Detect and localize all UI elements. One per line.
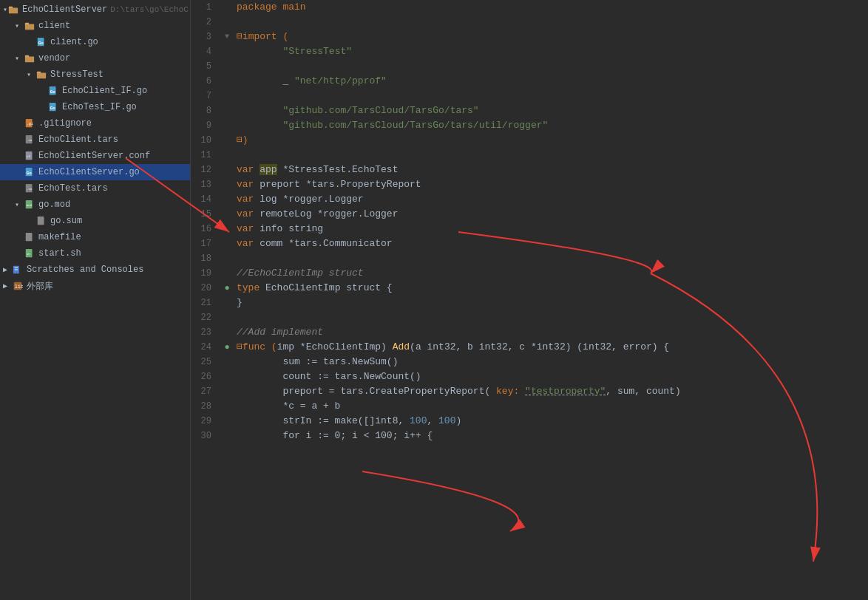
svg-text:Go: Go (38, 41, 44, 46)
line-code: var remoteLog *rogger.Logger (234, 207, 398, 222)
token: var (237, 208, 260, 219)
token (237, 46, 282, 57)
line-number: 18 (191, 251, 220, 266)
sidebar-item-client[interactable]: ▾client (0, 18, 190, 34)
code-line-20: 20●type EchoClientImp struct { (191, 281, 868, 296)
token: ⊟import ( (237, 31, 288, 42)
file-icon-EchoClientServer.go: Go (24, 166, 35, 178)
line-code: } (234, 296, 243, 310)
sidebar-item-scratches[interactable]: ▶Scratches and Consoles (0, 262, 190, 278)
sidebar-item-client.go[interactable]: Goclient.go (0, 34, 190, 50)
line-code: var comm *tars.Communicator (234, 236, 393, 251)
sidebar-label-start.sh: start.sh (38, 248, 81, 259)
token: //EchoClientImp struct (237, 267, 364, 279)
sidebar-item-EchoTest_IF.go[interactable]: GoEchoTest_IF.go (0, 99, 190, 115)
tree-arrow[interactable]: ▾ (15, 21, 24, 30)
sidebar-item-makefile[interactable]: makefile (0, 229, 190, 245)
token: *rogger.Logger (277, 194, 364, 205)
sidebar-label-root: EchoClientServer (22, 4, 107, 15)
sidebar-label-.gitignore: .gitignore (38, 118, 92, 129)
token: *EchoClientImp) (294, 341, 393, 352)
line-number: 16 (191, 222, 220, 236)
line-number: 3 (191, 30, 220, 44)
line-number: 10 (191, 133, 220, 148)
sidebar-label-client: client (38, 21, 70, 31)
token: var (237, 164, 260, 175)
line-code: sum := tars.NewSum() (234, 355, 398, 369)
file-tree: ▾EchoClientServerD:\tars\go\EchoC▾client… (0, 0, 191, 600)
sidebar-item-libs[interactable]: ▶lib外部库 (0, 278, 190, 294)
code-line-26: 26 count := tars.NewCount() (191, 369, 868, 384)
tree-arrow[interactable]: ▾ (15, 200, 24, 209)
fold-arrow[interactable]: ▼ (225, 30, 229, 44)
sidebar-item-vendor[interactable]: ▾vendor (0, 50, 190, 67)
line-number: 15 (191, 207, 220, 222)
svg-rect-7 (25, 55, 29, 58)
svg-rect-26 (38, 217, 44, 225)
token: var (237, 223, 260, 234)
line-number: 20 (191, 281, 220, 296)
file-icon-.gitignore: .gi (24, 117, 35, 129)
sidebar-item-go.mod[interactable]: ▾modgo.mod (0, 197, 190, 213)
code-line-22: 22 (191, 310, 868, 325)
line-number: 11 (191, 148, 220, 163)
line-code: preport = tars.CreatePropertyReport( key… (234, 384, 681, 399)
line-number: 21 (191, 296, 220, 310)
sidebar-item-go.sum[interactable]: go.sum (0, 213, 190, 229)
sidebar-item-.gitignore[interactable]: .gi.gitignore (0, 115, 190, 132)
tree-arrow[interactable]: ▶ (3, 265, 12, 274)
line-number: 9 (191, 118, 220, 133)
line-code: //EchoClientImp struct (234, 266, 364, 281)
token: "net/http/pprof" (294, 75, 387, 86)
tree-arrow[interactable]: ▶ (3, 282, 12, 290)
sidebar-item-EchoClientServer.go[interactable]: GoEchoClientServer.go (0, 164, 190, 180)
code-line-1: 1package main (191, 0, 868, 15)
token: for i := 0; i < 100; i++ { (237, 430, 433, 441)
token: imp (277, 341, 294, 352)
token: key: (496, 386, 525, 397)
line-code: var info string (234, 222, 323, 236)
tree-arrow[interactable]: ▾ (15, 54, 24, 63)
file-icon-scratches (12, 264, 24, 276)
file-icon-vendor (24, 52, 35, 64)
line-number: 6 (191, 74, 220, 89)
sidebar-item-EchoClient_IF.go[interactable]: GoEchoClient_IF.go (0, 83, 190, 99)
code-line-16: 16var info string (191, 222, 868, 236)
token: *rogger.Logger (311, 208, 398, 219)
line-number: 13 (191, 177, 220, 192)
line-number: 4 (191, 44, 220, 59)
line-number: 24 (191, 340, 220, 355)
tree-arrow[interactable]: ▾ (27, 70, 35, 79)
line-code: var preport *tars.PropertyReport (234, 177, 421, 192)
breakpoint-dot: ● (224, 340, 229, 355)
sidebar-label-EchoTest_IF.go: EchoTest_IF.go (62, 102, 137, 112)
line-code: package main (234, 0, 306, 15)
sidebar-label-EchoTest.tars: EchoTest.tars (38, 183, 108, 194)
sidebar-item-root[interactable]: ▾EchoClientServerD:\tars\go\EchoC (0, 1, 190, 18)
token: , sum, count) (606, 386, 680, 397)
sidebar-item-start.sh[interactable]: shstart.sh (0, 245, 190, 262)
token: //Add implement (237, 327, 323, 338)
sidebar-item-EchoClientServer.conf[interactable]: cfEchoClientServer.conf (0, 148, 190, 164)
line-code: *c = a + b (234, 399, 340, 414)
code-line-7: 7 (191, 89, 868, 103)
gutter-icon: ● (220, 340, 234, 355)
token: info (260, 223, 282, 234)
svg-rect-1 (9, 7, 13, 9)
line-number: 5 (191, 59, 220, 74)
code-editor: 1package main23▼⊟import (4 "StressTest"5… (191, 0, 868, 600)
code-line-24: 24●⊟func (imp *EchoClientImp) Add(a int3… (191, 340, 868, 355)
sidebar-item-EchoTest.tars[interactable]: .taEchoTest.tars (0, 180, 190, 197)
file-icon-makefile (24, 231, 35, 243)
sidebar-item-StressTest[interactable]: ▾StressTest (0, 67, 190, 83)
file-icon-client (24, 20, 35, 32)
line-code: type EchoClientImp struct { (234, 281, 393, 296)
token: string (282, 223, 323, 234)
file-icon-EchoClient_IF.go: Go (47, 85, 59, 97)
line-code: //Add implement (234, 325, 323, 340)
sidebar-label-EchoClient.tars: EchoClient.tars (38, 134, 118, 145)
token: *c = a + b (237, 400, 340, 412)
code-line-19: 19//EchoClientImp struct (191, 266, 868, 281)
sidebar-item-EchoClient.tars[interactable]: .taEchoClient.tars (0, 132, 190, 148)
code-line-3: 3▼⊟import ( (191, 30, 868, 44)
